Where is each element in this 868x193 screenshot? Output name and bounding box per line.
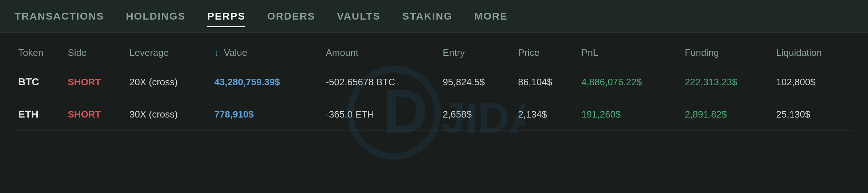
table-body: BTCSHORT20X (cross)43,280,759.39$-502.65… — [15, 66, 853, 131]
tab-more[interactable]: MORE — [474, 7, 508, 26]
cell-leverage-1: 30X (cross) — [126, 98, 211, 131]
header-row: TokenSideLeverage↓ ValueAmountEntryPrice… — [15, 40, 853, 66]
col-label-liquidation: Liquidation — [776, 47, 822, 58]
app-container: TRANSACTIONSHOLDINGSPERPSORDERSVAULTSSTA… — [0, 0, 868, 193]
col-header-leverage: Leverage — [126, 40, 211, 66]
cell-pnl-1: 191,260$ — [578, 98, 681, 131]
cell-entry-1: 2,658$ — [439, 98, 514, 131]
cell-liquidation-1: 25,130$ — [772, 98, 853, 131]
col-header-value[interactable]: ↓ Value — [211, 40, 322, 66]
cell-value-0: 43,280,759.39$ — [211, 66, 322, 98]
tab-vaults[interactable]: VAULTS — [337, 7, 381, 26]
cell-token-0: BTC — [15, 66, 64, 98]
col-header-funding: Funding — [681, 40, 772, 66]
cell-entry-0: 95,824.5$ — [439, 66, 514, 98]
tab-transactions[interactable]: TRANSACTIONS — [15, 7, 104, 26]
col-label-price: Price — [518, 47, 539, 58]
col-label-funding: Funding — [685, 47, 719, 58]
table-header: TokenSideLeverage↓ ValueAmountEntryPrice… — [15, 40, 853, 66]
cell-amount-1: -365.0 ETH — [322, 98, 439, 131]
cell-price-0: 86,104$ — [514, 66, 578, 98]
col-label-entry: Entry — [443, 47, 465, 58]
col-header-token: Token — [15, 40, 64, 66]
col-label-token: Token — [18, 47, 43, 58]
table-row-0: BTCSHORT20X (cross)43,280,759.39$-502.65… — [15, 66, 853, 98]
tab-perps[interactable]: PERPS — [207, 7, 245, 26]
col-header-pnl: PnL — [578, 40, 681, 66]
cell-funding-1: 2,891.82$ — [681, 98, 772, 131]
sort-icon-value: ↓ — [214, 47, 222, 58]
col-label-pnl: PnL — [581, 47, 598, 58]
col-header-price: Price — [514, 40, 578, 66]
cell-price-1: 2,134$ — [514, 98, 578, 131]
cell-liquidation-0: 102,800$ — [772, 66, 853, 98]
cell-token-1: ETH — [15, 98, 64, 131]
cell-amount-0: -502.65678 BTC — [322, 66, 439, 98]
table-row-1: ETHSHORT30X (cross)778,910$-365.0 ETH2,6… — [15, 98, 853, 131]
cell-side-1: SHORT — [64, 98, 126, 131]
col-label-leverage: Leverage — [129, 47, 169, 58]
cell-value-1: 778,910$ — [211, 98, 322, 131]
col-label-amount: Amount — [326, 47, 358, 58]
tab-staking[interactable]: STAKING — [402, 7, 453, 26]
perps-table: TokenSideLeverage↓ ValueAmountEntryPrice… — [15, 40, 853, 131]
cell-pnl-0: 4,886,076.22$ — [578, 66, 681, 98]
col-label-side: Side — [68, 47, 87, 58]
table-container: TokenSideLeverage↓ ValueAmountEntryPrice… — [0, 33, 868, 193]
col-header-amount: Amount — [322, 40, 439, 66]
tab-navigation: TRANSACTIONSHOLDINGSPERPSORDERSVAULTSSTA… — [0, 0, 868, 33]
col-header-liquidation: Liquidation — [772, 40, 853, 66]
tab-holdings[interactable]: HOLDINGS — [126, 7, 185, 26]
col-label-value: Value — [224, 47, 248, 58]
cell-leverage-0: 20X (cross) — [126, 66, 211, 98]
tab-orders[interactable]: ORDERS — [267, 7, 315, 26]
cell-funding-0: 222,313.23$ — [681, 66, 772, 98]
cell-side-0: SHORT — [64, 66, 126, 98]
col-header-side: Side — [64, 40, 126, 66]
col-header-entry: Entry — [439, 40, 514, 66]
